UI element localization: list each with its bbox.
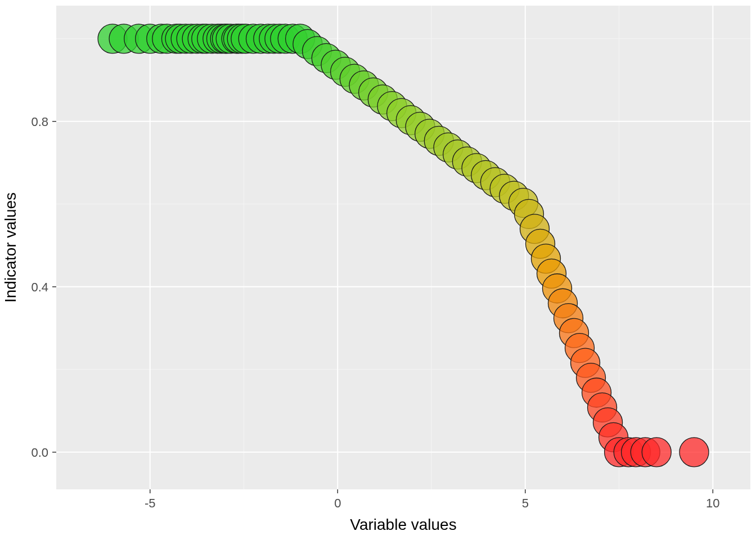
y-tick-label: 0.0 [31,446,48,460]
x-axis-title: Variable values [350,516,456,533]
plot-panel [56,6,750,489]
x-tick-label: -5 [145,496,156,510]
chart-container: -505100.00.40.8Variable valuesIndicator … [0,0,756,540]
x-tick-label: 0 [334,496,341,510]
data-point [642,438,671,467]
data-point [680,438,709,467]
y-tick-label: 0.8 [31,115,48,129]
y-axis-title: Indicator values [2,192,19,303]
y-tick-label: 0.4 [31,280,48,294]
scatter-chart: -505100.00.40.8Variable valuesIndicator … [0,0,756,540]
x-tick-label: 10 [706,496,719,510]
x-tick-label: 5 [522,496,529,510]
